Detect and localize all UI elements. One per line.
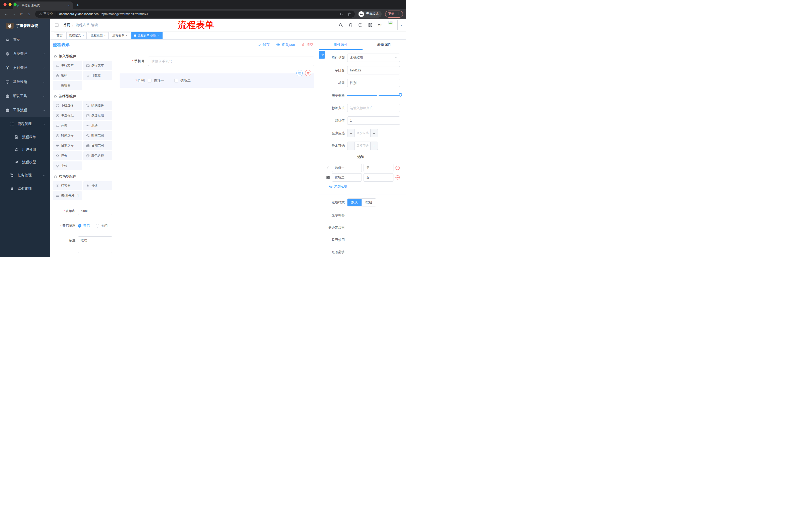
palette-item-rate[interactable]: 评分 — [53, 152, 82, 160]
form-canvas[interactable]: *手机号 *性别 选项一 选项二 — [115, 50, 319, 257]
sidebar-item-payment[interactable]: ¥ 支付管理 — [0, 61, 50, 75]
canvas-field-phone[interactable]: *手机号 — [120, 57, 314, 66]
hamburger-collapse-icon[interactable] — [54, 23, 59, 27]
tag-close-icon[interactable]: ✕ — [126, 34, 127, 37]
slider-handle[interactable] — [399, 93, 402, 97]
palette-item-editor[interactable]: 编辑器 — [53, 81, 82, 90]
tag-close-icon[interactable]: ✕ — [104, 34, 106, 37]
palette-item-switch[interactable]: 开关 — [53, 121, 82, 130]
palette-item-color-picker[interactable]: 颜色选择 — [83, 152, 113, 160]
browser-tab[interactable]: 芋道管理系统 ✕ — [13, 1, 73, 9]
duplicate-field-button[interactable] — [296, 70, 303, 76]
maximize-window-button[interactable] — [13, 3, 17, 6]
help-question-icon[interactable] — [358, 23, 362, 27]
tag-process-model[interactable]: 流程模型✕ — [88, 32, 108, 39]
palette-item-time-picker[interactable]: 时间选择 — [53, 131, 82, 140]
font-size-icon[interactable]: тT — [378, 23, 382, 27]
clear-button[interactable]: 清空 — [301, 43, 313, 47]
view-json-button[interactable]: 查看json — [276, 43, 295, 47]
tab-close-icon[interactable]: ✕ — [67, 3, 71, 7]
form-remark-textarea[interactable]: 嘿嘿 — [78, 236, 112, 253]
sidebar-item-user-group[interactable]: 用户分组 — [0, 143, 50, 156]
drag-handle-icon[interactable] — [326, 166, 330, 170]
title-input[interactable] — [347, 79, 400, 87]
sidebar-item-system[interactable]: 系统管理 — [0, 47, 50, 61]
grid-slider[interactable] — [347, 91, 400, 100]
palette-item-button[interactable]: 按钮 — [83, 181, 113, 190]
breadcrumb-home[interactable]: 首页 — [63, 23, 70, 27]
search-icon[interactable] — [339, 23, 343, 27]
option-label-input[interactable] — [332, 164, 362, 172]
sidebar-item-devtools[interactable]: 研发工具 — [0, 89, 50, 103]
palette-item-table[interactable]: 表格[开发中] — [53, 191, 82, 200]
remove-option-icon[interactable] — [395, 175, 400, 180]
sidebar-item-leave-query[interactable]: 请假查询 — [0, 182, 50, 196]
style-default-button[interactable]: 默认 — [347, 199, 361, 206]
avatar-caret-icon[interactable]: ▾ — [401, 24, 402, 26]
palette-item-counter[interactable]: 计数器 — [83, 71, 113, 80]
stepper-value[interactable]: 至少应选 — [355, 129, 370, 137]
home-button[interactable]: ⌂ — [26, 11, 32, 17]
palette-item-single-text[interactable]: 单行文本 — [53, 61, 82, 70]
palette-item-upload[interactable]: 上传 — [53, 161, 82, 170]
phone-input[interactable] — [148, 57, 314, 66]
close-window-button[interactable] — [3, 3, 6, 6]
checkbox-option2[interactable] — [174, 79, 178, 82]
save-button[interactable]: 保存 — [258, 43, 269, 47]
fullscreen-icon[interactable] — [368, 23, 372, 27]
label-width-input[interactable] — [347, 104, 400, 112]
stepper-plus-button[interactable]: + — [370, 129, 378, 137]
sidebar-item-process-mgmt[interactable]: 流程管理 — [0, 117, 50, 131]
status-radio-off[interactable]: 关闭 — [96, 223, 108, 228]
option-value-input[interactable] — [364, 164, 394, 172]
palette-item-password[interactable]: 密码 — [53, 71, 82, 80]
link-toggle-button[interactable] — [319, 51, 325, 59]
delete-field-button[interactable] — [305, 70, 311, 76]
drag-handle-icon[interactable] — [326, 175, 330, 180]
tag-home[interactable]: 首页 — [54, 32, 65, 39]
palette-item-checkbox-group[interactable]: 多选框组 — [83, 111, 113, 120]
tag-close-icon[interactable]: ✕ — [82, 34, 84, 37]
palette-item-date-picker[interactable]: 日期选择 — [53, 141, 82, 150]
default-value-input[interactable] — [347, 116, 400, 125]
reload-button[interactable]: ⟳ — [18, 11, 25, 17]
tab-component-props[interactable]: 组件属性 — [319, 40, 362, 50]
option-value-input[interactable] — [364, 173, 394, 182]
palette-item-row-container[interactable]: 行容器 — [53, 181, 82, 190]
sidebar-item-home[interactable]: 首页 — [0, 33, 50, 47]
tag-process-form[interactable]: 流程表单✕ — [110, 32, 130, 39]
sidebar-item-process-model[interactable]: 流程模型 — [0, 156, 50, 168]
update-button[interactable]: 更新 ⋮ — [385, 10, 403, 18]
sidebar-item-workflow[interactable]: 工作流程 — [0, 103, 50, 117]
stepper-minus-button[interactable]: − — [347, 129, 355, 137]
address-bar[interactable]: 不安全 dashboard.yudao.iocoder.cn /bpm/mana… — [35, 10, 355, 18]
stepper-minus-button[interactable]: − — [347, 142, 355, 150]
sidebar-item-process-form[interactable]: 流程表单 — [0, 131, 50, 143]
forward-button[interactable]: → — [10, 11, 17, 17]
status-radio-on[interactable]: 开启 — [78, 223, 90, 228]
sidebar-item-infra[interactable]: 基础设施 — [0, 75, 50, 89]
password-key-icon[interactable] — [340, 12, 343, 16]
add-option-button[interactable]: 添加选项 — [329, 184, 400, 189]
option-label-input[interactable] — [332, 173, 362, 182]
form-name-input[interactable] — [78, 207, 112, 215]
remove-option-icon[interactable] — [395, 165, 400, 170]
checkbox-option1[interactable] — [148, 79, 151, 82]
field-name-input[interactable] — [347, 66, 400, 75]
back-button[interactable]: ← — [3, 11, 9, 17]
palette-item-cascader[interactable]: 级联选择 — [83, 101, 113, 110]
minimize-window-button[interactable] — [8, 3, 11, 6]
tag-process-form-edit[interactable]: 流程表单-编辑✕ — [132, 32, 162, 39]
sidebar-item-task-mgmt[interactable]: 任务管理 — [0, 168, 50, 182]
browser-menu-icon[interactable]: ⋮ — [397, 12, 400, 16]
avatar[interactable] — [388, 20, 398, 30]
sidebar-logo[interactable]: 芋道管理系统 — [0, 19, 50, 33]
bookmark-star-icon[interactable] — [347, 12, 351, 16]
github-icon[interactable] — [348, 23, 353, 27]
canvas-field-gender-selected[interactable]: *性别 选项一 选项二 — [120, 74, 314, 88]
security-chip[interactable]: 不安全 — [39, 12, 53, 16]
stepper-plus-button[interactable]: + — [370, 142, 378, 150]
stepper-value[interactable]: 最多可选 — [355, 142, 370, 150]
palette-item-slider[interactable]: 滑块 — [83, 121, 113, 130]
tag-close-icon[interactable]: ✕ — [158, 34, 160, 37]
